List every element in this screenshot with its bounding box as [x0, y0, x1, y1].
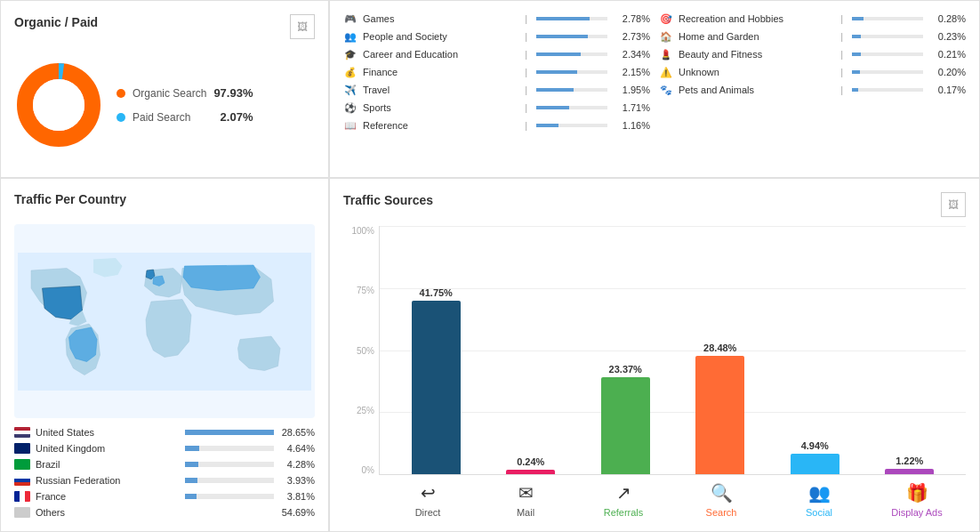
cat-bar-divider: |	[840, 31, 843, 42]
download-sources-icon[interactable]: 🖼	[941, 192, 966, 217]
source-icon: ✉	[518, 482, 534, 504]
cat-icon: 🎮	[343, 12, 357, 26]
bar-group: 28.48%	[673, 343, 768, 474]
cat-pct: 1.95%	[616, 85, 650, 95]
bar	[791, 454, 839, 474]
category-row: 💰 Finance | 2.15%	[343, 63, 650, 81]
cat-icon: 🎯	[659, 12, 673, 26]
organic-legend-item: Organic Search 97.93%	[116, 86, 253, 100]
bar-group: 23.37%	[578, 364, 673, 474]
bars-area: 41.75%0.24%23.37%28.48%4.94%1.22%	[379, 226, 966, 475]
cat-bar-divider: |	[525, 120, 527, 131]
svg-point-2	[33, 79, 84, 131]
source-item: ✉Mail	[477, 482, 574, 518]
country-row: United States 28.65%	[14, 427, 315, 438]
country-title: Traffic Per Country	[14, 192, 315, 206]
paid-legend-item: Paid Search 2.07%	[116, 110, 253, 124]
cat-pct: 0.23%	[932, 31, 966, 42]
cat-icon: 📖	[343, 118, 357, 133]
world-map	[14, 224, 315, 418]
bar-group: 0.24%	[484, 456, 579, 474]
cat-name: Sports	[363, 102, 519, 113]
cat-bar-divider: |	[525, 49, 527, 60]
y-0: 0%	[362, 465, 374, 475]
cat-bar-wrap	[536, 70, 607, 74]
category-row: ⚽ Sports | 1.71%	[343, 99, 650, 117]
bar	[412, 301, 461, 474]
category-row: ✈️ Travel | 1.95%	[343, 81, 650, 99]
cat-pct: 2.15%	[616, 67, 650, 77]
cat-bar	[536, 35, 588, 38]
country-name: United Kingdom	[36, 443, 180, 454]
cat-name: Recreation and Hobbies	[679, 13, 835, 24]
y-axis: 100% 75% 50% 25% 0%	[343, 226, 379, 475]
source-icon: 🔍	[711, 482, 733, 504]
country-pct: 4.64%	[279, 443, 315, 454]
cat-icon: 🏠	[659, 29, 673, 44]
country-bar-wrap	[185, 430, 274, 435]
cat-bar-wrap	[536, 124, 607, 127]
country-row: United Kingdom 4.64%	[14, 443, 315, 454]
country-row: Brazil 4.28%	[14, 459, 315, 470]
bar-value-label: 41.75%	[420, 287, 453, 298]
category-row: 💄 Beauty and Fitness | 0.21%	[659, 45, 966, 63]
cat-name: Unknown	[679, 67, 835, 77]
country-bar-wrap	[185, 478, 274, 483]
cat-bar-divider: |	[840, 49, 843, 60]
cat-name: People and Society	[363, 31, 519, 42]
organic-dot	[116, 89, 125, 98]
download-icon[interactable]: 🖼	[290, 14, 315, 39]
cat-name: Beauty and Fitness	[679, 49, 835, 60]
source-icon: ↗	[616, 482, 631, 504]
source-label: Referrals	[604, 507, 644, 518]
organic-value: 97.93%	[213, 86, 253, 100]
bar-group: 4.94%	[767, 440, 863, 474]
source-icon: ↩	[421, 482, 436, 504]
cat-icon: 💄	[659, 47, 673, 61]
cat-bar-wrap	[536, 88, 607, 92]
cat-pct: 2.73%	[616, 31, 650, 42]
country-row: France 3.81%	[14, 491, 315, 502]
country-name: Russian Federation	[36, 475, 180, 486]
categories-right: 🎯 Recreation and Hobbies | 0.28% 🏠 Home …	[659, 10, 966, 168]
country-row: Russian Federation 3.93%	[14, 475, 315, 486]
country-pct: 3.93%	[279, 475, 315, 486]
cat-bar-wrap	[852, 35, 923, 38]
bar	[506, 470, 555, 474]
y-25: 25%	[357, 406, 374, 415]
country-name: France	[36, 491, 180, 502]
cat-bar	[536, 106, 569, 109]
cat-icon: ⚠️	[659, 65, 673, 79]
cat-pct: 1.16%	[616, 120, 650, 131]
cat-name: Games	[363, 13, 519, 24]
country-name: Brazil	[36, 459, 180, 470]
organic-paid-title: Organic / Paid	[14, 15, 98, 29]
cat-name: Reference	[363, 120, 519, 131]
cat-bar-wrap	[852, 52, 923, 56]
cat-bar	[536, 88, 574, 92]
cat-icon: 🐾	[659, 83, 673, 97]
cat-bar-divider: |	[525, 67, 527, 77]
source-label: Display Ads	[891, 507, 942, 518]
cat-bar-wrap	[852, 17, 923, 20]
country-bar-wrap	[185, 494, 274, 499]
cat-pct: 0.17%	[932, 85, 966, 95]
country-bar-wrap	[185, 446, 274, 451]
country-flag	[14, 459, 30, 470]
country-name: Others	[36, 507, 180, 518]
source-item: ↩Direct	[379, 482, 477, 518]
country-flag	[14, 427, 30, 438]
source-label: Mail	[517, 507, 534, 518]
country-flag	[14, 443, 30, 454]
paid-label: Paid Search	[133, 111, 213, 124]
bar	[601, 377, 650, 474]
donut-chart	[14, 60, 103, 149]
country-panel: Traffic Per Country	[0, 178, 329, 532]
cat-bar	[852, 70, 860, 74]
cat-pct: 2.78%	[616, 13, 650, 24]
cat-bar-divider: |	[840, 85, 843, 95]
country-bar	[185, 494, 197, 499]
organic-label: Organic Search	[133, 87, 206, 100]
cat-bar-wrap	[536, 106, 607, 109]
source-item: ↗Referrals	[574, 482, 672, 518]
